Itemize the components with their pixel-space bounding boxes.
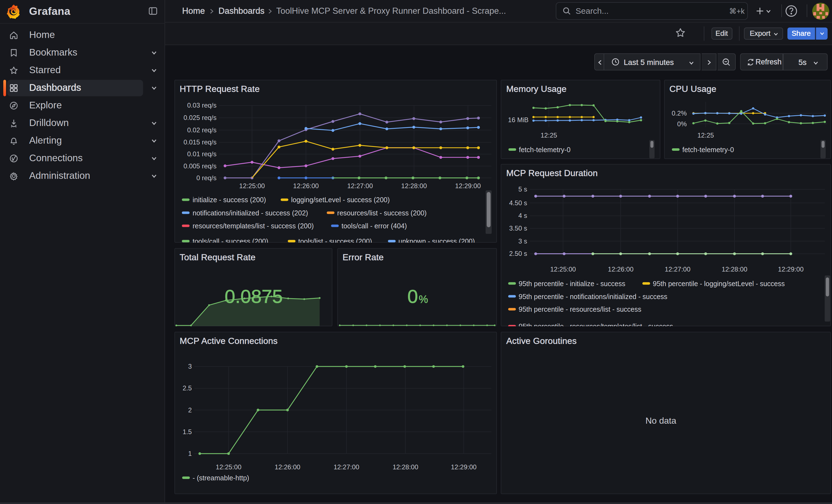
svg-text:1: 1 (188, 450, 191, 457)
svg-text:2.5: 2.5 (182, 384, 191, 392)
svg-text:12:25:00: 12:25:00 (215, 463, 241, 471)
svg-text:95th percentile - resources/te: 95th percentile - resources/templates/li… (519, 322, 673, 326)
svg-text:12:25: 12:25 (697, 132, 714, 139)
svg-text:0.01 req/s: 0.01 req/s (187, 150, 216, 158)
svg-text:%: % (418, 294, 428, 305)
svg-text:3 s: 3 s (518, 237, 527, 245)
svg-text:0.03 req/s: 0.03 req/s (187, 102, 216, 109)
svg-text:tools/call - success (200): tools/call - success (200) (192, 237, 268, 243)
svg-text:- (streamable-http): - (streamable-http) (192, 474, 249, 481)
svg-text:12:25:00: 12:25:00 (550, 265, 576, 273)
svg-text:12:26:00: 12:26:00 (274, 463, 300, 471)
svg-text:0%: 0% (677, 120, 686, 128)
svg-text:notifications/initialized - su: notifications/initialized - success (202… (192, 209, 308, 217)
svg-text:12:25:00: 12:25:00 (239, 182, 264, 190)
svg-text:12:28:00: 12:28:00 (401, 182, 426, 190)
svg-text:12:27:00: 12:27:00 (333, 463, 359, 471)
svg-text:95th percentile - initialize -: 95th percentile - initialize - success (519, 280, 625, 288)
svg-text:fetch-telemetry-0: fetch-telemetry-0 (682, 146, 734, 154)
svg-text:95th percentile - logging/setL: 95th percentile - logging/setLevel - suc… (653, 280, 785, 288)
svg-text:tools/list - success (200): tools/list - success (200) (298, 237, 372, 243)
svg-text:12:29:00: 12:29:00 (451, 463, 476, 471)
svg-text:2: 2 (188, 406, 191, 414)
svg-text:95th percentile - notification: 95th percentile - notifications/initiali… (519, 293, 668, 300)
svg-text:initialize - success (200): initialize - success (200) (192, 196, 266, 204)
svg-text:unknown - success (200): unknown - success (200) (398, 237, 475, 243)
svg-text:12:25: 12:25 (541, 132, 557, 139)
svg-text:2.50 s: 2.50 s (509, 250, 527, 257)
svg-text:1.5: 1.5 (182, 428, 191, 435)
svg-text:12:29:00: 12:29:00 (455, 182, 480, 190)
svg-text:resources/list - success (200): resources/list - success (200) (337, 209, 426, 217)
svg-text:4 s: 4 s (518, 212, 527, 219)
svg-text:0.005 req/s: 0.005 req/s (183, 162, 216, 170)
svg-text:12:27:00: 12:27:00 (665, 265, 690, 273)
svg-text:4.50 s: 4.50 s (509, 199, 527, 207)
svg-text:12:26:00: 12:26:00 (608, 265, 633, 273)
svg-text:12:27:00: 12:27:00 (347, 182, 372, 190)
svg-text:3.50 s: 3.50 s (509, 224, 527, 232)
svg-text:0.015 req/s: 0.015 req/s (183, 138, 216, 146)
svg-text:0.025 req/s: 0.025 req/s (183, 114, 216, 121)
svg-text:0.02 req/s: 0.02 req/s (187, 126, 216, 134)
svg-text:3: 3 (188, 362, 191, 370)
svg-text:resources/templates/list - suc: resources/templates/list - success (200) (192, 222, 313, 230)
svg-text:12:28:00: 12:28:00 (392, 463, 418, 471)
svg-text:logging/setLevel - success (20: logging/setLevel - success (200) (291, 196, 390, 204)
svg-text:16 MiB: 16 MiB (508, 116, 528, 124)
svg-text:12:29:00: 12:29:00 (778, 265, 803, 273)
svg-text:12:26:00: 12:26:00 (293, 182, 318, 190)
svg-text:0.0875: 0.0875 (224, 286, 282, 307)
svg-text:12:28:00: 12:28:00 (722, 265, 747, 273)
svg-text:fetch-telemetry-0: fetch-telemetry-0 (519, 146, 571, 154)
svg-text:tools/call - error (404): tools/call - error (404) (341, 222, 407, 230)
svg-text:95th percentile - resources/li: 95th percentile - resources/list - succe… (519, 306, 641, 313)
svg-text:0.2%: 0.2% (671, 109, 686, 117)
svg-text:0: 0 (407, 286, 418, 307)
svg-text:0 req/s: 0 req/s (196, 174, 216, 182)
svg-text:5 s: 5 s (518, 185, 527, 193)
